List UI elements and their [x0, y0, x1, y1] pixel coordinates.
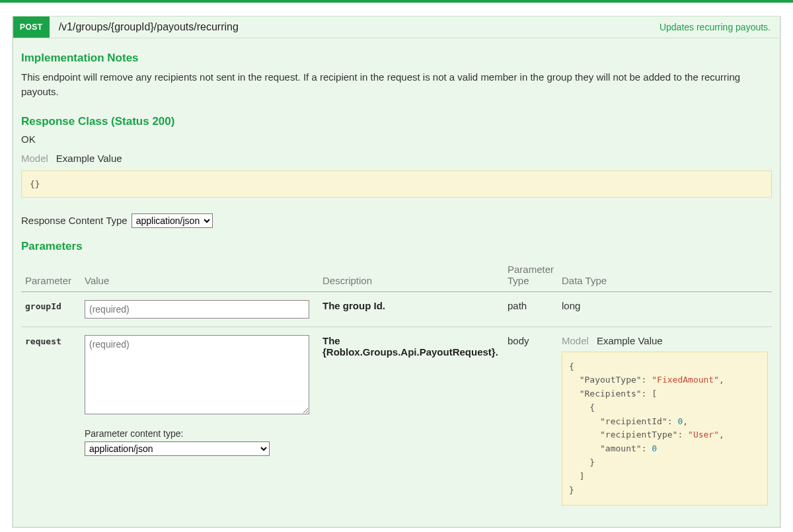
param-description: The group Id.: [322, 300, 385, 311]
datatype-tabs: Model Example Value: [562, 335, 768, 346]
tab-model[interactable]: Model: [562, 335, 589, 346]
param-description: The {Roblox.Groups.Api.PayoutRequest}.: [322, 335, 498, 358]
operation-body: Implementation Notes This endpoint will …: [13, 38, 780, 527]
endpoint-path: /v1/groups/{groupId}/payouts/recurring: [59, 21, 660, 33]
param-name: request: [25, 336, 61, 346]
parameters-heading: Parameters: [21, 240, 772, 253]
api-operation-container: POST /v1/groups/{groupId}/payouts/recurr…: [12, 16, 781, 528]
col-parameter-type: Parameter Type: [504, 258, 558, 292]
param-type: body: [504, 326, 558, 513]
col-value: Value: [81, 258, 319, 292]
operation-header[interactable]: POST /v1/groups/{groupId}/payouts/recurr…: [13, 16, 780, 38]
table-row: request Parameter content type: applicat…: [21, 326, 772, 513]
response-content-type-label: Response Content Type: [21, 215, 128, 226]
tab-example-value[interactable]: Example Value: [597, 335, 663, 346]
response-example-code[interactable]: {}: [21, 171, 772, 198]
top-accent-bar: [0, 0, 793, 3]
datatype-example-code[interactable]: { "PayoutType": "FixedAmount", "Recipien…: [562, 352, 768, 506]
response-tabs: Model Example Value: [21, 153, 772, 164]
param-content-type-label: Parameter content type:: [85, 428, 315, 439]
tab-model[interactable]: Model: [21, 153, 48, 164]
param-value-textarea[interactable]: [85, 335, 309, 414]
param-datatype: long: [558, 291, 772, 326]
http-method-badge: POST: [13, 17, 50, 38]
table-row: groupId The group Id. path long: [21, 291, 772, 326]
parameters-table: Parameter Value Description Parameter Ty…: [21, 258, 772, 514]
tab-example-value[interactable]: Example Value: [56, 153, 122, 164]
response-content-type-row: Response Content Type application/json: [21, 213, 772, 228]
param-name: groupId: [25, 301, 61, 311]
param-content-type-select[interactable]: application/json: [85, 441, 270, 456]
col-parameter: Parameter: [21, 258, 81, 292]
param-value-input[interactable]: [85, 300, 309, 319]
col-description: Description: [319, 258, 504, 292]
response-status-text: OK: [21, 133, 772, 145]
implementation-notes-text: This endpoint will remove any recipients…: [21, 70, 772, 99]
col-data-type: Data Type: [558, 258, 772, 292]
implementation-notes-heading: Implementation Notes: [21, 52, 772, 65]
response-class-heading: Response Class (Status 200): [21, 115, 772, 128]
endpoint-summary: Updates recurring payouts.: [660, 22, 771, 32]
param-type: path: [504, 291, 558, 326]
response-content-type-select[interactable]: application/json: [132, 213, 213, 228]
